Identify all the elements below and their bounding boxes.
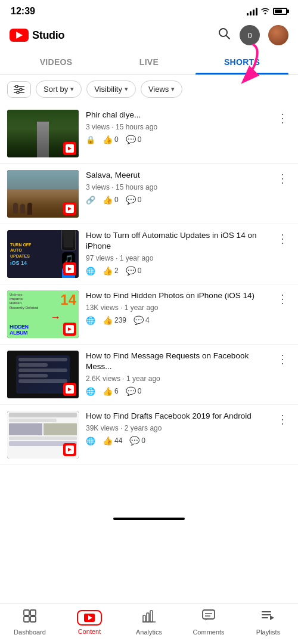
video-title: Salava, Meerut — [86, 170, 267, 181]
search-icon[interactable] — [217, 26, 231, 44]
comment-icon: 💬 — [129, 436, 139, 445]
nav-content[interactable]: Content — [60, 603, 119, 644]
privacy-stat: 🔒 — [86, 135, 95, 144]
video-title: How to Find Drafts Facebook 2019 for And… — [86, 411, 267, 422]
video-stats: 🔒 👍 0 💬 0 — [86, 135, 267, 144]
video-info: Salava, Meerut 3 views · 15 hours ago 🔗 … — [86, 170, 267, 205]
video-title: How to Find Message Requests on Facebook… — [86, 351, 267, 372]
nav-analytics[interactable]: Analytics — [119, 603, 179, 644]
video-thumbnail[interactable]: Unimes imports Hidden Recently Deleted 1… — [7, 290, 79, 338]
more-options-button[interactable]: ⋮ — [274, 169, 291, 188]
video-stats: 🌐 👍 2 💬 0 — [86, 266, 267, 275]
list-item: Salava, Meerut 3 views · 15 hours ago 🔗 … — [0, 164, 298, 224]
sort-by-button[interactable]: Sort by ▾ — [36, 80, 82, 98]
youtube-logo-icon — [10, 29, 29, 42]
comments-stat: 💬 0 — [129, 436, 145, 445]
more-options-button[interactable]: ⋮ — [274, 109, 291, 128]
list-item: How to Find Drafts Facebook 2019 for And… — [0, 405, 298, 465]
video-meta: 97 views · 1 year ago — [86, 254, 267, 262]
status-time: 12:39 — [11, 6, 35, 17]
video-thumbnail[interactable] — [7, 110, 79, 157]
video-title: Phir chal diye... — [86, 110, 267, 120]
svg-rect-9 — [24, 610, 29, 615]
home-bar — [0, 513, 298, 525]
video-thumbnail[interactable]: TURN OFF AUTO UPDATES iOS 14 🎵 ⚙ — [7, 230, 79, 278]
svg-rect-15 — [143, 615, 145, 622]
thumbs-up-icon: 👍 — [103, 135, 113, 144]
shorts-badge-icon — [63, 202, 76, 215]
home-indicator — [113, 518, 185, 520]
shorts-badge-icon — [63, 142, 76, 155]
video-meta: 39K views · 2 years ago — [86, 424, 267, 432]
comments-stat: 💬 0 — [126, 386, 142, 396]
video-info: Phir chal diye... 3 views · 15 hours ago… — [86, 110, 267, 144]
video-meta: 3 views · 15 hours ago — [86, 183, 267, 191]
battery-icon — [273, 8, 287, 15]
nav-playlists-label: Playlists — [256, 628, 280, 636]
video-stats: 🌐 👍 44 💬 0 — [86, 436, 267, 445]
thumbs-up-icon: 👍 — [103, 195, 113, 205]
comment-icon: 💬 — [126, 135, 136, 144]
notification-badge[interactable]: 0 — [240, 25, 260, 45]
chevron-down-icon: ▾ — [171, 85, 175, 93]
list-item: TURN OFF AUTO UPDATES iOS 14 🎵 ⚙ — [0, 224, 298, 284]
tab-shorts[interactable]: SHORTS — [195, 50, 288, 74]
nav-content-label: Content — [78, 628, 101, 635]
nav-analytics-label: Analytics — [136, 628, 162, 636]
svg-point-6 — [15, 85, 18, 88]
svg-rect-17 — [150, 611, 153, 622]
likes-stat: 👍 0 — [103, 135, 119, 144]
app-title: Studio — [32, 29, 64, 42]
tab-live[interactable]: LIVE — [103, 50, 195, 74]
comment-icon: 💬 — [126, 195, 136, 205]
svg-rect-10 — [30, 610, 36, 615]
svg-rect-12 — [30, 617, 36, 622]
comment-icon: 💬 — [126, 266, 136, 275]
privacy-stat: 🔗 — [86, 196, 95, 205]
video-info: How to Find Drafts Facebook 2019 for And… — [86, 411, 267, 445]
likes-stat: 👍 239 — [103, 315, 126, 325]
list-item: Phir chal diye... 3 views · 15 hours ago… — [0, 104, 298, 164]
video-stats: 🔗 👍 0 💬 0 — [86, 195, 267, 205]
globe-icon: 🌐 — [86, 316, 95, 325]
video-info: How to Find Hidden Photos on iPhone (iOS… — [86, 290, 267, 325]
video-stats: 🌐 👍 6 💬 0 — [86, 386, 267, 396]
visibility-button[interactable]: Visibility ▾ — [86, 80, 136, 98]
playlist-icon — [262, 609, 275, 626]
header-icons: 0 — [217, 25, 288, 45]
chevron-down-icon: ▾ — [125, 85, 128, 93]
comments-stat: 💬 0 — [126, 266, 142, 275]
shorts-badge-icon — [63, 262, 76, 275]
nav-playlists[interactable]: Playlists — [238, 603, 298, 644]
likes-stat: 👍 0 — [103, 195, 119, 205]
video-title: How to Find Hidden Photos on iPhone (iOS… — [86, 290, 267, 301]
link-icon: 🔗 — [86, 196, 95, 205]
nav-comments[interactable]: Comments — [179, 603, 238, 644]
video-thumbnail[interactable] — [7, 170, 79, 218]
views-button[interactable]: Views ▾ — [141, 80, 182, 98]
nav-dashboard[interactable]: Dashboard — [0, 603, 60, 644]
filter-settings-button[interactable] — [7, 81, 31, 98]
chart-icon — [142, 609, 156, 626]
shorts-badge-icon — [63, 383, 76, 396]
video-info: How to Turn off Automatic Updates in iOS… — [86, 230, 267, 275]
more-options-button[interactable]: ⋮ — [274, 229, 291, 248]
video-title: How to Turn off Automatic Updates in iOS… — [86, 230, 267, 252]
video-thumbnail[interactable] — [7, 351, 79, 398]
comments-stat: 💬 4 — [134, 315, 150, 325]
more-options-button[interactable]: ⋮ — [274, 410, 291, 429]
video-stats: 🌐 👍 239 💬 4 — [86, 315, 267, 325]
comment-bubble-icon — [202, 609, 215, 626]
bottom-nav: Dashboard Content Analytics — [0, 603, 298, 644]
globe-icon: 🌐 — [86, 387, 95, 396]
tab-videos[interactable]: VIDEOS — [10, 50, 103, 74]
globe-icon: 🌐 — [86, 267, 95, 275]
avatar[interactable] — [268, 25, 288, 45]
svg-rect-11 — [24, 617, 29, 622]
more-options-button[interactable]: ⋮ — [274, 289, 291, 308]
play-icon — [77, 610, 102, 626]
svg-point-7 — [20, 88, 22, 91]
more-options-button[interactable]: ⋮ — [274, 349, 291, 369]
video-thumbnail[interactable] — [7, 411, 79, 459]
video-meta: 2.6K views · 1 year ago — [86, 374, 267, 383]
